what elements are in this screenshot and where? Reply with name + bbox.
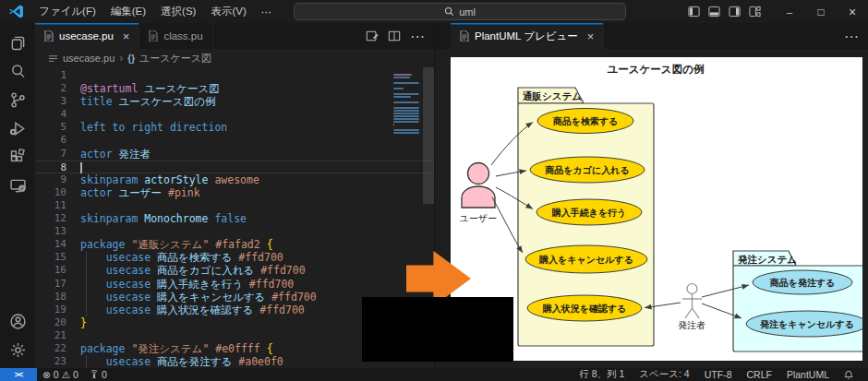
indent-guide [86, 251, 87, 316]
eol-sequence[interactable]: CRLF [739, 369, 778, 380]
code-line[interactable]: 3title ユースケース図の例 [35, 95, 434, 108]
customize-layout-icon[interactable] [749, 6, 761, 18]
minimap-mark [393, 110, 419, 112]
radio-tower-icon [90, 370, 99, 379]
svg-text:商品をカゴに入れる: 商品をカゴに入れる [545, 165, 629, 175]
indent-guide [86, 355, 87, 368]
editor-scrollbar[interactable] [423, 67, 434, 204]
search-value: uml [459, 6, 476, 18]
search-sidebar-icon[interactable] [2, 57, 33, 86]
vscode-window: ファイル(F) 編集(E) 選択(S) 表示(V) ⋯ ← → uml – □ … [0, 0, 868, 381]
code-line[interactable]: 12skinparam Monochrome false [35, 212, 434, 225]
vscode-logo-icon [8, 4, 24, 19]
package-label: 発注システム [737, 254, 797, 265]
editor-actions: ⋯ [366, 23, 434, 49]
minimap[interactable] [393, 71, 421, 135]
indentation[interactable]: スペース: 4 [632, 368, 696, 381]
file-icon [44, 30, 54, 42]
tab-plantuml-preview[interactable]: PlantUML プレビュー × [451, 23, 604, 49]
code-line[interactable]: 8 [35, 161, 434, 173]
cursor-position[interactable]: 行 8、列 1 [572, 368, 632, 381]
file-icon [460, 30, 469, 42]
code-line[interactable]: 10actor ユーザー #pink [35, 186, 434, 199]
menu-more[interactable]: ⋯ [254, 3, 280, 21]
minimap-mark [393, 121, 419, 123]
remote-explorer-icon[interactable] [2, 172, 33, 200]
preview-tabbar: PlantUML プレビュー × ⋯ [435, 23, 868, 49]
menu-selection[interactable]: 選択(S) [153, 2, 203, 21]
window-maximize-button[interactable]: □ [805, 0, 837, 23]
toggle-panel-icon[interactable] [708, 6, 720, 18]
code-line[interactable]: 14package "通販システム" #fafad2 { [35, 238, 434, 251]
breadcrumb: usecase.pu › {} ユースケース図 [35, 49, 434, 67]
diagram-title: ユースケース図の例 [608, 64, 705, 75]
actor-user [462, 163, 495, 208]
minimap-mark [393, 107, 419, 109]
explorer-icon[interactable] [2, 29, 33, 57]
minimap-mark [393, 96, 411, 98]
minimap-mark [393, 101, 419, 103]
tab-close-icon[interactable]: × [123, 30, 130, 43]
accounts-icon[interactable] [2, 307, 33, 336]
window-minimize-button[interactable]: – [774, 0, 805, 23]
activity-bar [0, 23, 35, 368]
source-control-icon[interactable] [2, 86, 33, 114]
breadcrumb-symbol[interactable]: ユースケース図 [139, 52, 211, 65]
toggle-sidebar-icon[interactable] [688, 6, 700, 18]
code-line[interactable]: 9skinparam actorStyle awesome [35, 173, 434, 186]
code-line[interactable]: 15 usecase 商品を検索する #ffd700 [35, 251, 434, 264]
minimap-mark [393, 82, 419, 84]
code-line[interactable]: 4 [35, 108, 434, 121]
more-actions-icon[interactable]: ⋯ [410, 28, 425, 45]
annotation-caption: UMLダイアグラム を描画 [362, 297, 513, 362]
code-line[interactable]: 1 [35, 69, 434, 82]
menu-file[interactable]: ファイル(F) [31, 2, 103, 21]
code-line[interactable]: 13 [35, 225, 434, 238]
code-line[interactable]: 6 [35, 134, 434, 147]
code-line[interactable]: 7actor 発注者 [35, 148, 434, 161]
split-editor-icon[interactable] [388, 30, 401, 42]
titlebar: ファイル(F) 編集(E) 選択(S) 表示(V) ⋯ ← → uml – □ … [0, 0, 868, 23]
code-line[interactable]: 5left to right direction [35, 121, 434, 134]
window-close-button[interactable]: × [837, 0, 868, 23]
open-preview-icon[interactable] [366, 30, 379, 42]
more-actions-icon[interactable]: ⋯ [844, 28, 859, 45]
encoding[interactable]: UTF-8 [697, 369, 740, 380]
ports-status[interactable]: 0 [84, 369, 113, 380]
code-line[interactable]: 11 [35, 199, 434, 212]
extensions-icon[interactable] [2, 143, 33, 172]
tab-label: usecase.pu [59, 30, 114, 42]
remote-indicator[interactable]: >< [0, 368, 37, 381]
tab-usecase-pu[interactable]: usecase.pu × [35, 23, 139, 49]
command-search-input[interactable]: uml [294, 3, 626, 20]
error-icon: ⊗ [42, 369, 51, 380]
actor-orderer-label: 発注者 [678, 320, 705, 330]
breadcrumb-separator: › [119, 52, 123, 65]
toggle-secondary-sidebar-icon[interactable] [729, 6, 741, 18]
status-bar: >< ⊗ 0 ⚠ 0 0 行 8、列 1 スペース: 4 UTF-8 CRLF … [0, 368, 868, 381]
settings-gear-icon[interactable] [2, 336, 33, 364]
minimap-mark [393, 118, 419, 120]
tab-class-pu[interactable]: class.pu [139, 23, 212, 49]
notifications-bell-icon[interactable] [837, 370, 861, 380]
preview-actions: ⋯ [844, 23, 868, 49]
run-and-debug-icon[interactable] [2, 114, 33, 143]
list-icon [48, 54, 58, 64]
breadcrumb-file[interactable]: usecase.pu [63, 53, 115, 64]
file-icon [149, 30, 158, 42]
problems-status[interactable]: ⊗ 0 ⚠ 0 [37, 369, 84, 380]
menu-edit[interactable]: 編集(E) [103, 2, 153, 21]
menu-view[interactable]: 表示(V) [203, 2, 253, 21]
code-line[interactable]: 17 usecase 購入手続きを行う #ffd700 [35, 278, 434, 291]
ports-count: 0 [102, 369, 107, 380]
tab-close-icon[interactable]: × [587, 30, 595, 43]
minimap-mark [393, 113, 419, 114]
error-count: 0 [54, 369, 59, 380]
language-mode[interactable]: PlantUML [779, 369, 837, 380]
editor-tabbar: usecase.pu × class.pu ⋯ [35, 23, 434, 49]
svg-text:購入状況を確認する: 購入状況を確認する [542, 304, 627, 314]
caption-line1: UMLダイアグラム [372, 307, 502, 328]
code-line[interactable]: 16 usecase 商品をカゴに入れる #ffd700 [35, 264, 434, 277]
svg-text:購入をキャンセルする: 購入をキャンセルする [538, 255, 633, 265]
code-line[interactable]: 2@startuml ユースケース図 [35, 82, 434, 95]
